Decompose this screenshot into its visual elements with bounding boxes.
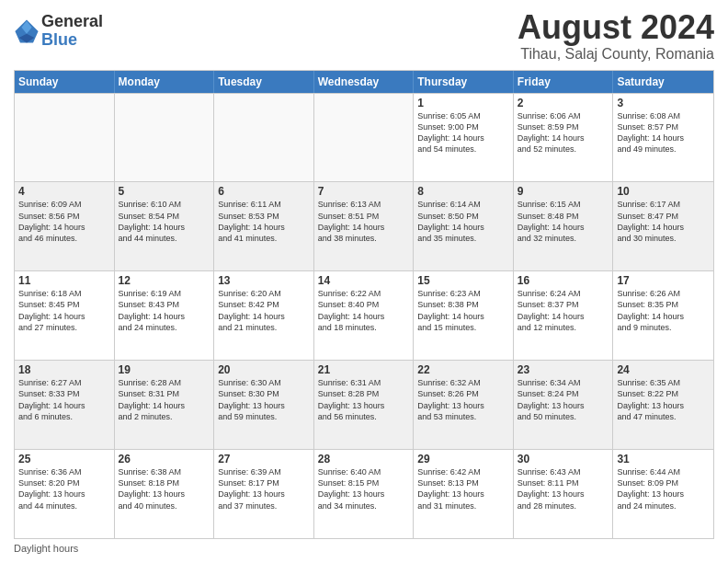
- calendar-cell: 9Sunrise: 6:15 AM Sunset: 8:48 PM Daylig…: [514, 182, 614, 270]
- day-number: 26: [119, 453, 210, 465]
- cell-content: Sunrise: 6:42 AM Sunset: 8:13 PM Dayligh…: [417, 467, 484, 510]
- footer-note: Daylight hours: [14, 543, 714, 554]
- cell-content: Sunrise: 6:30 AM Sunset: 8:30 PM Dayligh…: [218, 378, 285, 420]
- calendar-cell: 3Sunrise: 6:08 AM Sunset: 8:57 PM Daylig…: [613, 94, 713, 182]
- cell-content: Sunrise: 6:05 AM Sunset: 9:00 PM Dayligh…: [417, 111, 484, 154]
- calendar-cell: 31Sunrise: 6:44 AM Sunset: 8:09 PM Dayli…: [613, 450, 713, 538]
- calendar: SundayMondayTuesdayWednesdayThursdayFrid…: [14, 70, 714, 539]
- calendar-cell: 25Sunrise: 6:36 AM Sunset: 8:20 PM Dayli…: [15, 450, 115, 538]
- calendar-cell: 20Sunrise: 6:30 AM Sunset: 8:30 PM Dayli…: [214, 361, 314, 449]
- calendar-week-5: 25Sunrise: 6:36 AM Sunset: 8:20 PM Dayli…: [15, 449, 713, 538]
- cell-content: Sunrise: 6:11 AM Sunset: 8:53 PM Dayligh…: [218, 200, 285, 242]
- cell-content: Sunrise: 6:31 AM Sunset: 8:28 PM Dayligh…: [318, 378, 385, 420]
- page: General Blue August 2024 Tihau, Salaj Co…: [0, 0, 728, 563]
- day-number: 8: [417, 185, 509, 198]
- day-number: 9: [518, 185, 609, 198]
- calendar-cell: 22Sunrise: 6:32 AM Sunset: 8:26 PM Dayli…: [414, 361, 514, 449]
- day-number: 18: [18, 363, 110, 376]
- calendar-cell: 5Sunrise: 6:10 AM Sunset: 8:54 PM Daylig…: [115, 182, 215, 270]
- day-number: 7: [318, 185, 410, 198]
- day-number: 29: [417, 453, 509, 465]
- calendar-body: 1Sunrise: 6:05 AM Sunset: 9:00 PM Daylig…: [15, 93, 713, 538]
- calendar-cell: 27Sunrise: 6:39 AM Sunset: 8:17 PM Dayli…: [214, 450, 314, 538]
- day-number: 16: [518, 274, 609, 287]
- header-day-tuesday: Tuesday: [214, 71, 314, 93]
- cell-content: Sunrise: 6:18 AM Sunset: 8:45 PM Dayligh…: [18, 289, 85, 331]
- cell-content: Sunrise: 6:38 AM Sunset: 8:18 PM Dayligh…: [119, 467, 186, 510]
- day-number: 13: [218, 274, 310, 287]
- cell-content: Sunrise: 6:15 AM Sunset: 8:48 PM Dayligh…: [518, 200, 585, 242]
- day-number: 17: [617, 274, 710, 287]
- header-day-sunday: Sunday: [15, 71, 115, 93]
- header-day-friday: Friday: [514, 71, 614, 93]
- calendar-cell: 15Sunrise: 6:23 AM Sunset: 8:38 PM Dayli…: [414, 271, 514, 360]
- header-day-wednesday: Wednesday: [314, 71, 415, 93]
- calendar-cell: [15, 94, 115, 182]
- calendar-cell: [214, 94, 314, 182]
- calendar-cell: 14Sunrise: 6:22 AM Sunset: 8:40 PM Dayli…: [314, 271, 415, 360]
- cell-content: Sunrise: 6:32 AM Sunset: 8:26 PM Dayligh…: [417, 378, 484, 420]
- calendar-cell: 26Sunrise: 6:38 AM Sunset: 8:18 PM Dayli…: [115, 450, 215, 538]
- day-number: 4: [18, 185, 110, 198]
- header-day-thursday: Thursday: [414, 71, 514, 93]
- cell-content: Sunrise: 6:39 AM Sunset: 8:17 PM Dayligh…: [218, 467, 285, 510]
- calendar-cell: 29Sunrise: 6:42 AM Sunset: 8:13 PM Dayli…: [414, 450, 514, 538]
- calendar-header: SundayMondayTuesdayWednesdayThursdayFrid…: [15, 71, 713, 93]
- calendar-cell: 23Sunrise: 6:34 AM Sunset: 8:24 PM Dayli…: [514, 361, 614, 449]
- day-number: 25: [18, 453, 110, 465]
- day-number: 31: [617, 453, 710, 465]
- calendar-cell: 17Sunrise: 6:26 AM Sunset: 8:35 PM Dayli…: [613, 271, 713, 360]
- cell-content: Sunrise: 6:28 AM Sunset: 8:31 PM Dayligh…: [119, 378, 186, 420]
- day-number: 24: [617, 363, 710, 376]
- cell-content: Sunrise: 6:34 AM Sunset: 8:24 PM Dayligh…: [518, 378, 585, 420]
- logo-general: General: [41, 13, 103, 31]
- calendar-cell: 18Sunrise: 6:27 AM Sunset: 8:33 PM Dayli…: [15, 361, 115, 449]
- cell-content: Sunrise: 6:19 AM Sunset: 8:43 PM Dayligh…: [119, 289, 186, 331]
- day-number: 6: [218, 185, 310, 198]
- cell-content: Sunrise: 6:27 AM Sunset: 8:33 PM Dayligh…: [18, 378, 85, 420]
- main-title: August 2024: [518, 9, 714, 46]
- cell-content: Sunrise: 6:13 AM Sunset: 8:51 PM Dayligh…: [318, 200, 385, 242]
- calendar-cell: 2Sunrise: 6:06 AM Sunset: 8:59 PM Daylig…: [514, 94, 614, 182]
- cell-content: Sunrise: 6:14 AM Sunset: 8:50 PM Dayligh…: [417, 200, 484, 242]
- header-day-saturday: Saturday: [613, 71, 713, 93]
- logo: General Blue: [14, 13, 103, 50]
- calendar-cell: 21Sunrise: 6:31 AM Sunset: 8:28 PM Dayli…: [314, 361, 415, 449]
- calendar-cell: [115, 94, 215, 182]
- logo-text: General Blue: [41, 13, 103, 50]
- calendar-cell: 24Sunrise: 6:35 AM Sunset: 8:22 PM Dayli…: [613, 361, 713, 449]
- calendar-week-2: 4Sunrise: 6:09 AM Sunset: 8:56 PM Daylig…: [15, 181, 713, 270]
- day-number: 10: [617, 185, 710, 198]
- calendar-cell: 16Sunrise: 6:24 AM Sunset: 8:37 PM Dayli…: [514, 271, 614, 360]
- cell-content: Sunrise: 6:36 AM Sunset: 8:20 PM Dayligh…: [18, 467, 85, 510]
- cell-content: Sunrise: 6:22 AM Sunset: 8:40 PM Dayligh…: [318, 289, 385, 331]
- day-number: 3: [617, 97, 710, 109]
- calendar-cell: 10Sunrise: 6:17 AM Sunset: 8:47 PM Dayli…: [613, 182, 713, 270]
- cell-content: Sunrise: 6:35 AM Sunset: 8:22 PM Dayligh…: [617, 378, 684, 420]
- calendar-cell: 13Sunrise: 6:20 AM Sunset: 8:42 PM Dayli…: [214, 271, 314, 360]
- cell-content: Sunrise: 6:06 AM Sunset: 8:59 PM Dayligh…: [518, 111, 585, 154]
- day-number: 15: [417, 274, 509, 287]
- day-number: 14: [318, 274, 410, 287]
- cell-content: Sunrise: 6:09 AM Sunset: 8:56 PM Dayligh…: [18, 200, 85, 242]
- logo-blue: Blue: [41, 31, 103, 50]
- calendar-cell: 8Sunrise: 6:14 AM Sunset: 8:50 PM Daylig…: [414, 182, 514, 270]
- cell-content: Sunrise: 6:10 AM Sunset: 8:54 PM Dayligh…: [119, 200, 186, 242]
- calendar-cell: 7Sunrise: 6:13 AM Sunset: 8:51 PM Daylig…: [314, 182, 415, 270]
- cell-content: Sunrise: 6:44 AM Sunset: 8:09 PM Dayligh…: [617, 467, 684, 510]
- day-number: 21: [318, 363, 410, 376]
- calendar-cell: 30Sunrise: 6:43 AM Sunset: 8:11 PM Dayli…: [514, 450, 614, 538]
- day-number: 1: [417, 97, 509, 109]
- day-number: 5: [119, 185, 210, 198]
- cell-content: Sunrise: 6:20 AM Sunset: 8:42 PM Dayligh…: [218, 289, 285, 331]
- day-number: 11: [18, 274, 110, 287]
- calendar-cell: 12Sunrise: 6:19 AM Sunset: 8:43 PM Dayli…: [115, 271, 215, 360]
- cell-content: Sunrise: 6:26 AM Sunset: 8:35 PM Dayligh…: [617, 289, 684, 331]
- calendar-cell: 1Sunrise: 6:05 AM Sunset: 9:00 PM Daylig…: [414, 94, 514, 182]
- day-number: 28: [318, 453, 410, 465]
- calendar-cell: 19Sunrise: 6:28 AM Sunset: 8:31 PM Dayli…: [115, 361, 215, 449]
- calendar-cell: [314, 94, 415, 182]
- cell-content: Sunrise: 6:08 AM Sunset: 8:57 PM Dayligh…: [617, 111, 684, 154]
- day-number: 12: [119, 274, 210, 287]
- calendar-cell: 6Sunrise: 6:11 AM Sunset: 8:53 PM Daylig…: [214, 182, 314, 270]
